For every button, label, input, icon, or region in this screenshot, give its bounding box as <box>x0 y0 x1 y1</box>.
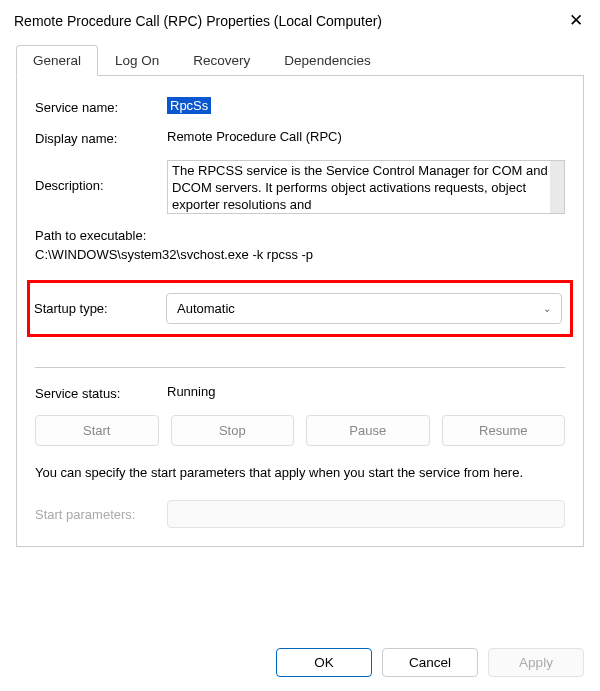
cancel-button[interactable]: Cancel <box>382 648 478 677</box>
startup-type-highlight: Startup type: Automatic ⌄ <box>27 280 573 337</box>
start-params-label: Start parameters: <box>35 507 167 522</box>
service-name-label: Service name: <box>35 98 167 115</box>
start-params-input[interactable] <box>167 500 565 528</box>
start-button[interactable]: Start <box>35 415 159 446</box>
tab-bar: General Log On Recovery Dependencies <box>16 45 584 76</box>
tab-logon[interactable]: Log On <box>98 45 176 75</box>
separator <box>35 367 565 368</box>
startup-type-label: Startup type: <box>34 301 166 316</box>
close-icon[interactable]: ✕ <box>564 10 588 31</box>
tab-general[interactable]: General <box>16 45 98 76</box>
window-title: Remote Procedure Call (RPC) Properties (… <box>14 13 382 29</box>
ok-button[interactable]: OK <box>276 648 372 677</box>
chevron-down-icon: ⌄ <box>543 303 551 314</box>
pause-button[interactable]: Pause <box>306 415 430 446</box>
resume-button[interactable]: Resume <box>442 415 566 446</box>
service-name-value: RpcSs <box>167 97 211 114</box>
tab-dependencies[interactable]: Dependencies <box>267 45 387 75</box>
path-label: Path to executable: <box>35 228 565 243</box>
start-params-hint: You can specify the start parameters tha… <box>35 464 565 482</box>
startup-type-select[interactable]: Automatic ⌄ <box>166 293 562 324</box>
tab-recovery[interactable]: Recovery <box>176 45 267 75</box>
display-name-label: Display name: <box>35 129 167 146</box>
description-textbox[interactable]: The RPCSS service is the Service Control… <box>167 160 565 214</box>
general-panel: Service name: RpcSs Display name: Remote… <box>16 76 584 547</box>
path-value: C:\WINDOWS\system32\svchost.exe -k rpcss… <box>35 247 565 262</box>
service-status-label: Service status: <box>35 384 167 401</box>
startup-type-value: Automatic <box>177 301 235 316</box>
apply-button[interactable]: Apply <box>488 648 584 677</box>
stop-button[interactable]: Stop <box>171 415 295 446</box>
description-label: Description: <box>35 160 167 193</box>
service-status-value: Running <box>167 384 215 399</box>
display-name-value: Remote Procedure Call (RPC) <box>167 129 342 144</box>
